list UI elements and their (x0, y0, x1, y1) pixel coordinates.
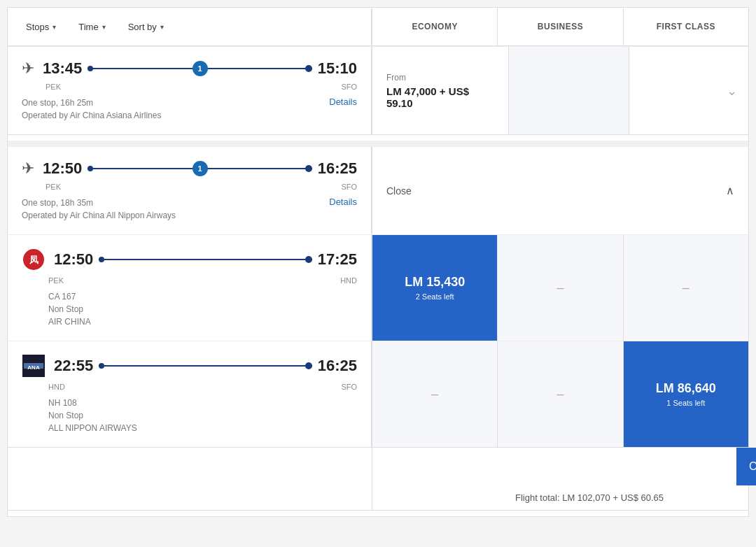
seg2-departure-time: 22:55 (54, 357, 93, 374)
arrival-time-2: 16:25 (318, 159, 357, 177)
seg2-departure-airport: HND (48, 383, 65, 391)
seg1-first-dash: – (682, 280, 690, 295)
first-class-header: FIRST CLASS (623, 8, 748, 45)
flight-line-2: 1 (88, 168, 312, 169)
segment-1-info-row: 凤 12:50 17:25 (22, 248, 357, 271)
price-value-1: LM 47,000 + US$ 59.10 (386, 85, 494, 109)
time-label: Time (78, 22, 98, 32)
svg-text:ANA: ANA (27, 364, 40, 371)
chevron-down-icon-1: ⌄ (727, 83, 737, 99)
economy-cell-1[interactable]: From LM 47,000 + US$ 59.10 (372, 47, 508, 134)
seg1-stop-type: Non Stop (48, 303, 357, 315)
flight-line-bar-1: 1 (88, 68, 312, 69)
flight-details-sub-1: One stop, 16h 25m Operated by Air China … (22, 97, 357, 122)
business-cell-1 (508, 47, 628, 134)
flight-info-row-2: ✈ 12:50 1 16:25 (22, 159, 357, 178)
operated-by-2: Operated by Air China All Nippon Airways (22, 209, 176, 222)
business-header: BUSINESS (497, 8, 622, 45)
segment-2-left: ANA 22:55 16:25 (8, 341, 372, 447)
stops-info-2: One stop, 18h 35m (22, 197, 176, 209)
seg2-flight-number: NH 108 (48, 397, 357, 409)
flight-right-2-header: Close ∧ (372, 147, 748, 234)
seg2-end-dot (305, 362, 312, 369)
segment-2-info-row: ANA 22:55 16:25 (22, 354, 357, 378)
seg1-business-cell: – (497, 235, 622, 341)
seg2-arrival-airport: SFO (341, 383, 357, 391)
seg2-business-dash: – (556, 387, 564, 402)
departure-time-2: 12:50 (43, 159, 82, 177)
departure-time-1: 13:45 (43, 59, 82, 77)
operated-by-1: Operated by Air China Asiana Airlines (22, 109, 161, 122)
seg1-economy-seats: 2 Seats left (416, 292, 454, 301)
details-link-1[interactable]: Details (329, 97, 357, 107)
continue-spacer (8, 448, 372, 510)
segment-1-row: 凤 12:50 17:25 (8, 234, 748, 341)
seg1-arrival-time: 17:25 (318, 250, 357, 268)
end-dot-1 (305, 65, 312, 72)
seg1-prices: LM 15,430 2 Seats left – – (372, 235, 748, 341)
sort-arrow-icon: ▾ (160, 23, 164, 31)
stops-info-1: One stop, 16h 25m (22, 97, 161, 109)
seg1-end-dot (305, 256, 312, 263)
flight-info-row-1: ✈ 13:45 1 15:10 (22, 59, 357, 78)
stops-filter-button[interactable]: Stops ▾ (15, 9, 67, 45)
seg1-arrival-airport: HND (340, 276, 357, 285)
end-dot-2 (305, 165, 312, 172)
flight-card-1: ✈ 13:45 1 15:10 (8, 46, 748, 135)
segment-1-left: 凤 12:50 17:25 (8, 235, 372, 341)
time-arrow-icon: ▾ (102, 23, 106, 31)
stop-dot-1: 1 (192, 61, 208, 76)
seg2-economy-cell: – (372, 341, 497, 447)
sort-label: Sort by (128, 22, 157, 32)
seg1-first-cell: – (623, 235, 748, 341)
seg2-line-bar (99, 365, 312, 367)
price-from-label-1: From (386, 73, 406, 83)
continue-row: Continue Flight total: LM 102,070 + US$ … (8, 447, 748, 510)
filter-section: Stops ▾ Time ▾ Sort by ▾ (8, 9, 372, 45)
seg1-economy-cell[interactable]: LM 15,430 2 Seats left (372, 235, 497, 341)
airline-info-2: One stop, 18h 35m Operated by Air China … (22, 197, 176, 222)
continue-area: Continue Flight total: LM 102,070 + US$ … (372, 448, 756, 510)
seg2-stop-type: Non Stop (48, 409, 357, 422)
arrival-airport-2: SFO (341, 183, 357, 191)
flight-right-1: From LM 47,000 + US$ 59.10 ⌄ (372, 47, 748, 134)
seg2-start-dot (99, 363, 104, 369)
seg2-economy-dash: – (431, 387, 438, 402)
airline-info-1: One stop, 16h 25m Operated by Air China … (22, 97, 161, 122)
seg1-departure-time: 12:50 (54, 250, 93, 268)
column-headers: ECONOMY BUSINESS FIRST CLASS (372, 8, 748, 45)
continue-button[interactable]: Continue (736, 448, 756, 485)
flight-line-1: 1 (88, 68, 312, 69)
seg2-line (99, 365, 312, 367)
segment-2-row: ANA 22:55 16:25 (8, 341, 748, 447)
seg1-departure-airport: PEK (48, 276, 64, 285)
seg2-prices: – – LM 86,640 1 Seats left (372, 341, 748, 447)
seg1-start-dot (99, 257, 104, 262)
seg1-airline: AIR CHINA (48, 315, 357, 328)
flight-row-1: ✈ 13:45 1 15:10 (8, 46, 748, 134)
start-dot-2 (88, 166, 93, 171)
seg2-first-cell[interactable]: LM 86,640 1 Seats left (623, 341, 748, 447)
seg1-flight-number: CA 167 (48, 290, 357, 303)
flight-line-bar-2: 1 (88, 168, 312, 169)
seg1-line (99, 259, 312, 260)
chevron-up-icon[interactable]: ∧ (726, 184, 734, 197)
flight-left-1: ✈ 13:45 1 15:10 (8, 47, 372, 134)
seg2-arrival-time: 16:25 (318, 357, 357, 374)
seg2-first-seats: 1 Seats left (666, 399, 705, 407)
seg2-flight-info: NH 108 Non Stop ALL NIPPON AIRWAYS (48, 397, 357, 434)
arrival-time-1: 15:10 (318, 59, 357, 77)
seg2-business-cell: – (497, 341, 622, 447)
details-link-2[interactable]: Details (329, 197, 357, 207)
close-label[interactable]: Close (386, 185, 412, 197)
seg2-first-price: LM 86,640 (656, 381, 716, 396)
plane-icon-2: ✈ (22, 159, 34, 178)
flight-left-2: ✈ 12:50 1 16:25 (8, 147, 372, 234)
economy-header: ECONOMY (372, 8, 497, 45)
seg1-business-dash: – (556, 280, 564, 295)
stops-label: Stops (26, 22, 49, 32)
time-filter-button[interactable]: Time ▾ (67, 9, 116, 45)
arrival-airport-1: SFO (341, 83, 357, 91)
flight-details-sub-2: One stop, 18h 35m Operated by Air China … (22, 197, 357, 222)
sort-filter-button[interactable]: Sort by ▾ (117, 9, 175, 45)
